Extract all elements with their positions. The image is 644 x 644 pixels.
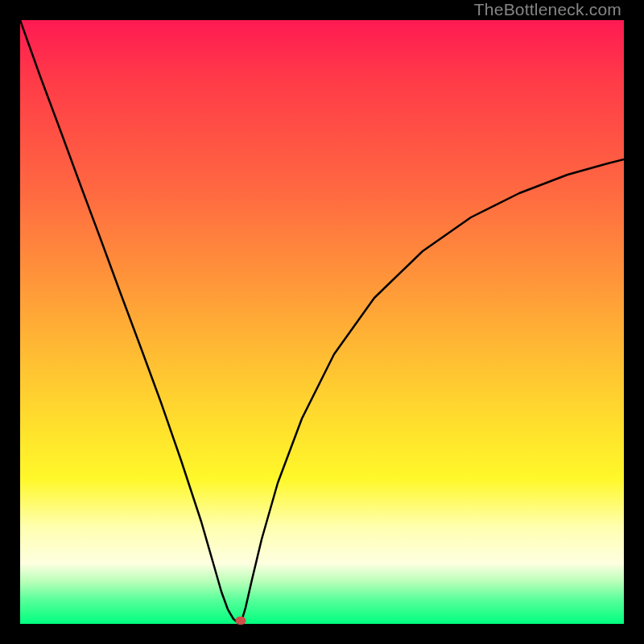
minimum-marker xyxy=(236,617,246,625)
chart-frame: TheBottleneck.com xyxy=(0,0,644,644)
watermark-text: TheBottleneck.com xyxy=(474,0,621,19)
plot-area xyxy=(20,20,624,624)
bottleneck-curve xyxy=(20,20,624,624)
